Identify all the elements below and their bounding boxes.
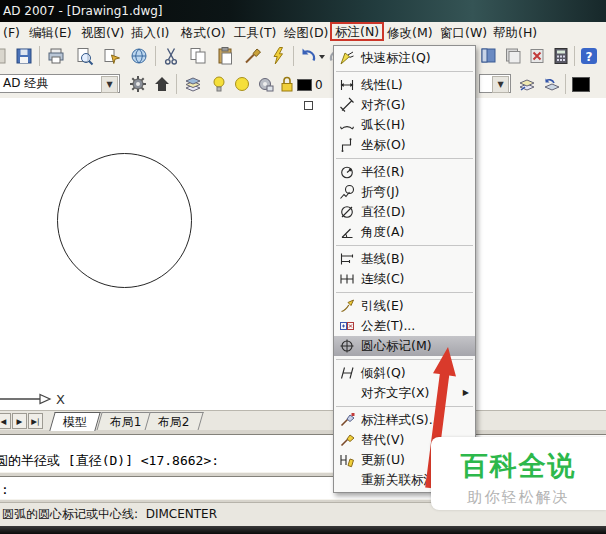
menu-draw[interactable]: 绘图(D)	[281, 24, 331, 41]
window-title: AD 2007 - [Drawing1.dwg]	[3, 4, 163, 18]
cut-icon[interactable]	[161, 46, 181, 66]
help-icon[interactable]: ?	[579, 46, 599, 66]
leader-icon	[337, 298, 357, 314]
plot-icon[interactable]	[46, 46, 66, 66]
layer-freeze-icon[interactable]	[232, 74, 252, 94]
markup-set-manager-icon[interactable]	[527, 46, 547, 66]
workspace-settings-gear-icon[interactable]	[128, 74, 148, 94]
diameter-dimension-icon	[337, 204, 357, 220]
menu-window[interactable]: 窗口(W)	[437, 24, 490, 41]
menu-item-ordinate[interactable]: 坐标(O)	[334, 135, 475, 155]
watermark-title: 百科全说	[431, 448, 606, 484]
arc-length-dimension-icon	[337, 117, 357, 133]
menu-edit[interactable]: 编辑(E)	[26, 24, 75, 41]
standard-toolbar: ?	[0, 43, 606, 71]
continue-dimension-icon	[337, 271, 357, 287]
menu-insert[interactable]: 插入(I)	[128, 24, 172, 41]
toolbar-separator	[39, 46, 40, 66]
toolbar-separator	[293, 46, 294, 66]
menu-modify[interactable]: 修改(M)	[384, 24, 436, 41]
drawing-canvas[interactable]: X	[0, 98, 606, 410]
layer-on-bulb-icon[interactable]	[209, 74, 229, 94]
dimension-style-icon	[337, 412, 357, 428]
save-icon[interactable]	[14, 46, 34, 66]
tolerance-icon	[337, 318, 357, 334]
menu-item-baseline[interactable]: 基线(B)	[334, 249, 475, 269]
menu-bar: (F) 编辑(E) 视图(V) 插入(I) 格式(O) 工具(T) 绘图(D) …	[0, 22, 606, 44]
layer-state-combo[interactable]: ▼	[479, 74, 511, 93]
oblique-icon	[337, 365, 357, 381]
menu-item-diameter[interactable]: 直径(D)	[334, 202, 475, 222]
combo-arrow-icon[interactable]: ▼	[492, 76, 509, 93]
tab-nav-last-button[interactable]: ▶|	[28, 413, 43, 429]
menu-item-angular[interactable]: 角度(A)	[334, 222, 475, 242]
workspace-combo[interactable]: AD 经典 ▼	[0, 74, 120, 93]
layer-states-icon[interactable]	[517, 74, 537, 94]
menu-item-jogged[interactable]: 折弯(J)	[334, 182, 475, 202]
menu-help[interactable]: 帮助(H)	[490, 24, 540, 41]
tab-model[interactable]: 模型	[49, 412, 100, 431]
menu-file[interactable]: (F)	[0, 24, 23, 41]
ucs-x-label: X	[56, 392, 65, 407]
menu-item-aligned[interactable]: 对齐(G)	[334, 95, 475, 115]
layer-lock-icon[interactable]	[277, 74, 297, 94]
layer-color-swatch[interactable]	[297, 79, 312, 91]
watermark-subtitle: 助你轻松解决	[431, 488, 606, 507]
menu-view[interactable]: 视图(V)	[78, 24, 127, 41]
baseline-dimension-icon	[337, 251, 357, 267]
publish-icon[interactable]	[102, 46, 122, 66]
menu-separator	[336, 245, 473, 246]
viewport-corner-marker	[304, 101, 313, 110]
tab-nav-prev-button[interactable]: ◀	[0, 413, 11, 429]
menu-format[interactable]: 格式(O)	[178, 24, 229, 41]
menu-item-tolerance[interactable]: 公差(T)...	[334, 316, 475, 336]
watermark-badge: 百科全说 助你轻松解决	[431, 437, 606, 510]
circle-shape[interactable]	[57, 153, 192, 288]
menu-dimension[interactable]: 标注(N)	[330, 22, 384, 41]
menu-item-quick-dimension[interactable]: 快速标注(Q)	[334, 48, 475, 68]
title-bar[interactable]: AD 2007 - [Drawing1.dwg]	[0, 0, 606, 22]
paste-icon[interactable]	[215, 46, 235, 66]
center-mark-icon	[337, 338, 357, 354]
color-control-swatch[interactable]	[572, 77, 590, 92]
layer-previous-icon[interactable]	[541, 74, 561, 94]
override-icon	[337, 432, 357, 448]
quick-dimension-icon	[337, 50, 357, 66]
web-globe-icon[interactable]	[129, 46, 149, 66]
block-editor-icon[interactable]	[268, 46, 288, 66]
my-workspace-home-icon[interactable]	[152, 74, 172, 94]
menu-item-linear[interactable]: 线性(L)	[334, 75, 475, 95]
svg-text:?: ?	[586, 50, 593, 64]
tool-palettes-icon[interactable]	[479, 46, 499, 66]
toolbar-separator	[155, 46, 156, 66]
blank-icon	[337, 472, 357, 488]
match-properties-icon[interactable]	[242, 46, 262, 66]
tab-layout2[interactable]: 布局2	[144, 412, 203, 431]
status-hint-text: 圆弧的圆心标记或中心线: DIMCENTER	[0, 507, 217, 521]
layer-plot-gear-icon[interactable]	[255, 74, 275, 94]
copy-icon[interactable]	[188, 46, 208, 66]
sheet-set-manager-icon[interactable]	[503, 46, 523, 66]
radius-dimension-icon	[337, 164, 357, 180]
layer-properties-icon[interactable]	[183, 74, 203, 94]
menu-item-leader[interactable]: 引线(E)	[334, 296, 475, 316]
undo-icon[interactable]	[298, 46, 318, 66]
command-history-line: 圆的半径或 [直径(D)] <17.8662>:	[0, 452, 219, 470]
menu-separator	[336, 292, 473, 293]
ucs-icon: X	[0, 386, 80, 410]
calculator-icon[interactable]	[551, 46, 571, 66]
combo-arrow-icon[interactable]: ▼	[101, 76, 118, 93]
menu-item-arc-length[interactable]: 弧长(H)	[334, 115, 475, 135]
layout-tab-bar: ◀ ▶ ▶| 模型 布局1 布局2	[0, 410, 606, 431]
ordinate-dimension-icon	[337, 137, 357, 153]
menu-item-radius[interactable]: 半径(R)	[334, 162, 475, 182]
update-icon	[337, 452, 357, 468]
menu-separator	[336, 71, 473, 72]
undo-dropdown-icon[interactable]	[318, 46, 326, 66]
menu-item-continue[interactable]: 连续(C)	[334, 269, 475, 289]
window-bottom-edge	[0, 526, 606, 534]
tab-nav-next-button[interactable]: ▶	[12, 413, 27, 429]
blank-icon	[337, 385, 357, 401]
menu-tools[interactable]: 工具(T)	[231, 24, 279, 41]
plot-preview-icon[interactable]	[74, 46, 94, 66]
